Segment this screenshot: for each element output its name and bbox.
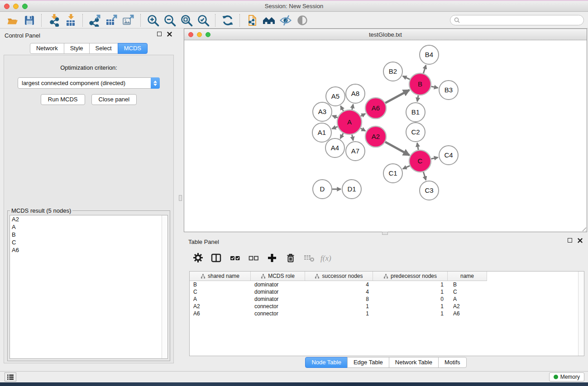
tab-style[interactable]: Style <box>64 43 90 54</box>
save-session-button[interactable] <box>21 13 38 28</box>
mcds-result-item[interactable]: A2 <box>10 215 167 223</box>
close-panel-button[interactable]: Close panel <box>91 94 137 105</box>
cell-predecessor-nodes[interactable]: 1 <box>373 289 448 295</box>
settings-gear-button[interactable] <box>191 252 205 265</box>
network-node-C[interactable]: C <box>409 150 431 172</box>
network-edge-A-A8[interactable] <box>352 105 353 110</box>
table-row[interactable]: Bdominator41B <box>190 281 584 288</box>
table-row[interactable]: Cdominator41C <box>190 288 584 295</box>
import-table-button[interactable] <box>62 13 79 28</box>
network-node-A8[interactable]: A8 <box>346 84 365 103</box>
import-network-button[interactable] <box>45 13 62 28</box>
zoom-out-button[interactable] <box>161 13 178 28</box>
network-node-B[interactable]: B <box>409 73 431 95</box>
network-node-C2[interactable]: C2 <box>406 123 425 142</box>
column-header-name[interactable]: name <box>448 272 487 281</box>
network-edge-A-A5[interactable] <box>340 106 343 111</box>
network-edge-A-A6[interactable] <box>361 114 365 116</box>
zoom-fit-button[interactable] <box>178 13 195 28</box>
tab-motifs[interactable]: Motifs <box>438 357 467 368</box>
network-node-B4[interactable]: B4 <box>420 45 439 64</box>
cell-shared-name[interactable]: C <box>190 289 251 295</box>
zoom-selected-button[interactable] <box>195 13 211 28</box>
run-mcds-button[interactable]: Run MCDS <box>41 94 85 105</box>
cell-name[interactable]: B <box>448 281 487 288</box>
network-node-A6[interactable]: A6 <box>365 98 386 119</box>
refresh-network-button[interactable] <box>219 13 236 28</box>
mcds-result-item[interactable]: C <box>10 238 167 246</box>
column-header-mcds-role[interactable]: MCDS role <box>251 272 305 281</box>
network-edge-C-C4[interactable] <box>431 157 438 159</box>
network-node-A3[interactable]: A3 <box>313 102 332 121</box>
table-scrollbar[interactable] <box>578 272 584 356</box>
column-header-successor-nodes[interactable]: successor nodes <box>305 272 373 281</box>
cell-mcds-role[interactable]: connector <box>251 303 305 310</box>
network-from-selection-button[interactable] <box>244 13 260 28</box>
add-column-button[interactable] <box>265 252 279 265</box>
cell-successor-nodes[interactable]: 1 <box>305 310 373 317</box>
network-edge-A2-C[interactable] <box>385 142 409 155</box>
vertical-split-divider[interactable] <box>177 29 184 371</box>
network-node-D[interactable]: D <box>313 180 332 199</box>
cell-mcds-role[interactable]: dominator <box>251 281 305 288</box>
network-node-A4[interactable]: A4 <box>325 138 344 157</box>
cell-shared-name[interactable]: B <box>190 281 251 288</box>
mcds-result-item[interactable]: A <box>10 223 167 231</box>
cell-mcds-role[interactable]: connector <box>251 310 305 317</box>
cell-shared-name[interactable]: A <box>190 296 251 302</box>
mcds-result-list[interactable]: A2ABCA6 <box>10 215 168 359</box>
network-edge-A-A2[interactable] <box>361 129 366 131</box>
tab-network-table[interactable]: Network Table <box>389 357 439 368</box>
network-node-B2[interactable]: B2 <box>383 62 402 81</box>
tab-network[interactable]: Network <box>30 43 64 54</box>
cell-predecessor-nodes[interactable]: 1 <box>373 310 448 317</box>
delete-column-button[interactable] <box>284 252 297 265</box>
divider-grip-icon[interactable] <box>179 195 182 201</box>
cell-mcds-role[interactable]: dominator <box>251 296 305 302</box>
float-panel-icon[interactable] <box>157 32 162 36</box>
table-row[interactable]: A2connector11A2 <box>190 303 584 310</box>
cell-name[interactable]: A2 <box>448 303 487 310</box>
column-header-shared-name[interactable]: shared name <box>190 272 251 281</box>
network-node-B1[interactable]: B1 <box>406 103 425 122</box>
first-neighbors-button[interactable] <box>260 13 277 28</box>
cell-name[interactable]: C <box>448 289 487 295</box>
cell-shared-name[interactable]: A2 <box>190 303 251 310</box>
network-node-B3[interactable]: B3 <box>439 81 458 100</box>
tab-select[interactable]: Select <box>89 43 118 54</box>
network-edge-B-B3[interactable] <box>431 86 438 88</box>
zoom-in-button[interactable] <box>144 13 161 28</box>
close-panel-icon[interactable] <box>167 32 172 37</box>
cell-name[interactable]: A <box>448 296 487 302</box>
network-node-A2[interactable]: A2 <box>365 126 386 147</box>
tab-mcds[interactable]: MCDS <box>118 43 148 54</box>
network-window-titlebar[interactable]: testGlobe.txt <box>184 29 587 40</box>
network-node-C1[interactable]: C1 <box>383 164 402 183</box>
hide-selected-button[interactable] <box>277 13 294 28</box>
network-node-A5[interactable]: A5 <box>326 87 345 106</box>
tab-node-table[interactable]: Node Table <box>305 357 348 368</box>
deselect-all-rows-button[interactable] <box>247 252 260 265</box>
cell-successor-nodes[interactable]: 8 <box>305 296 373 302</box>
network-node-A1[interactable]: A1 <box>312 123 331 142</box>
search-input[interactable] <box>462 17 580 24</box>
network-edge-A-A3[interactable] <box>332 116 337 118</box>
network-canvas[interactable]: AA2A6BCA1A3A4A5A7A8B1B2B3B4C1C2C3C4DD1 <box>184 41 587 232</box>
network-edge-B-B1[interactable] <box>417 95 418 102</box>
window-titlebar[interactable]: Session: New Session <box>0 1 588 12</box>
cell-predecessor-nodes[interactable]: 1 <box>373 281 448 288</box>
cell-name[interactable]: A6 <box>448 310 487 317</box>
export-image-button[interactable] <box>120 13 137 28</box>
network-node-A7[interactable]: A7 <box>346 142 365 161</box>
network-edge-A-A4[interactable] <box>340 133 344 138</box>
open-session-button[interactable] <box>4 13 21 28</box>
network-node-D1[interactable]: D1 <box>342 180 361 199</box>
column-header-predecessor-nodes[interactable]: predecessor nodes <box>373 272 448 281</box>
cell-shared-name[interactable]: A6 <box>190 310 251 317</box>
mcds-result-item[interactable]: B <box>10 231 167 238</box>
table-row[interactable]: Adominator80A <box>190 295 584 303</box>
network-edge-C-C1[interactable] <box>403 166 410 169</box>
cell-predecessor-nodes[interactable]: 1 <box>373 303 448 310</box>
network-edge-A6-B[interactable] <box>385 90 409 103</box>
close-table-panel-icon[interactable] <box>578 238 583 243</box>
